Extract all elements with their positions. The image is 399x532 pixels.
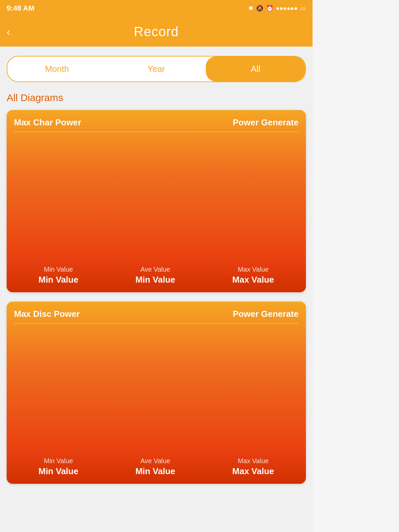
status-icons: ✱ 🔕 ⏰ ●●●●●● ▭ [248, 5, 306, 12]
diagram-card-char-power: Max Char Power Power Generate Min Value … [7, 110, 306, 292]
diagram-chart-char [14, 137, 299, 260]
stat-ave-label-char: Ave Value [135, 266, 175, 273]
stat-min-label-disc: Min Value [39, 457, 78, 465]
battery-icon: ▭ [300, 5, 306, 12]
signal-icon: ●●●●●● [276, 5, 298, 12]
stat-max-disc: Max Value Max Value [232, 457, 274, 476]
stat-ave-label-disc: Ave Value [135, 457, 175, 465]
stat-min-char: Min Value Min Value [39, 266, 78, 285]
diagram-footer-char: Min Value Min Value Ave Value Min Value … [7, 260, 306, 292]
stat-max-value-char: Max Value [232, 275, 274, 285]
stat-ave-value-char: Min Value [135, 275, 175, 285]
tab-all[interactable]: All [206, 57, 305, 81]
diagram-separator-disc [14, 323, 299, 324]
stat-ave-disc: Ave Value Min Value [135, 457, 175, 476]
diagram-title-disc: Max Disc Power [14, 309, 80, 319]
stat-ave-value-disc: Min Value [135, 466, 175, 476]
main-content: Month Year All All Diagrams Max Char Pow… [0, 47, 313, 532]
stat-max-char: Max Value Max Value [232, 266, 274, 285]
tab-month[interactable]: Month [7, 57, 107, 81]
diagram-separator-char [14, 132, 299, 132]
diagram-subtitle-disc: Power Generate [233, 309, 299, 319]
diagram-header-disc: Max Disc Power Power Generate [14, 309, 299, 319]
bluetooth-icon: ✱ [248, 5, 253, 12]
status-time: 9:48 AM [7, 4, 35, 13]
diagram-title-char: Max Char Power [14, 117, 81, 128]
diagram-gradient-disc: Max Disc Power Power Generate [7, 302, 306, 451]
diagram-header-char: Max Char Power Power Generate [14, 117, 299, 128]
diagram-gradient-char: Max Char Power Power Generate [7, 110, 306, 260]
tab-year[interactable]: Year [107, 57, 206, 81]
diagram-subtitle-char: Power Generate [233, 117, 299, 128]
diagram-footer-disc: Min Value Min Value Ave Value Min Value … [7, 451, 306, 484]
stat-min-disc: Min Value Min Value [39, 457, 78, 476]
tab-selector: Month Year All [7, 56, 306, 82]
stat-min-value-disc: Min Value [39, 466, 78, 476]
stat-max-label-char: Max Value [232, 266, 274, 273]
section-title: All Diagrams [7, 92, 306, 103]
diagram-card-disc-power: Max Disc Power Power Generate Min Value … [7, 302, 306, 484]
diagram-chart-disc [14, 329, 299, 451]
back-button[interactable]: ‹ [7, 26, 10, 38]
status-bar: 9:48 AM ✱ 🔕 ⏰ ●●●●●● ▭ [0, 0, 313, 17]
app-header: ‹ Record [0, 17, 313, 47]
stat-max-label-disc: Max Value [232, 457, 274, 465]
stat-min-value-char: Min Value [39, 275, 78, 285]
page-title: Record [134, 24, 179, 39]
alarm-icon: ⏰ [266, 5, 273, 12]
stat-min-label-char: Min Value [39, 266, 78, 273]
mute-icon: 🔕 [256, 5, 263, 12]
stat-ave-char: Ave Value Min Value [135, 266, 175, 285]
stat-max-value-disc: Max Value [232, 466, 274, 476]
